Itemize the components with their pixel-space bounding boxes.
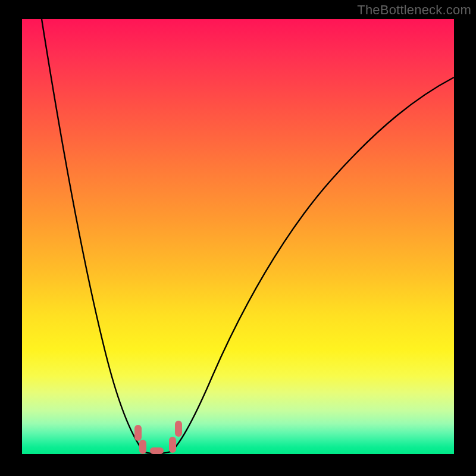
chart-frame: TheBottleneck.com: [0, 0, 476, 476]
curve-left-branch: [42, 19, 145, 452]
bottleneck-curve: [22, 19, 454, 454]
marker-left-upper: [134, 425, 142, 441]
marker-right-lower: [169, 437, 176, 453]
watermark-text: TheBottleneck.com: [357, 2, 471, 18]
marker-left-lower: [139, 440, 146, 454]
marker-right-upper: [175, 421, 182, 437]
curve-right-branch: [172, 77, 454, 451]
marker-bottom: [150, 447, 164, 454]
plot-area: [22, 19, 454, 454]
